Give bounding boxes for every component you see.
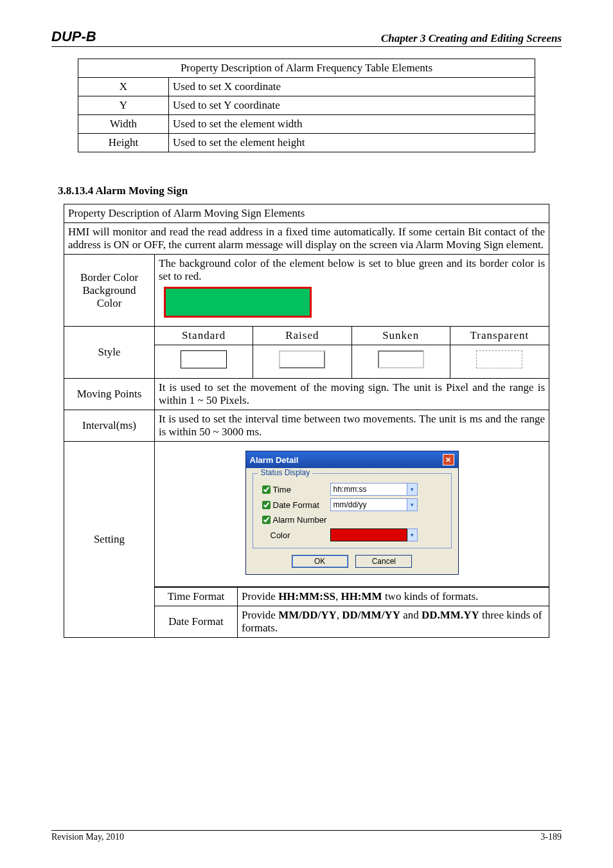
prop-name: Interval(ms) (64, 410, 155, 442)
dialog-titlebar: Alarm Detail ✕ (246, 451, 458, 468)
color-label-text: Color (271, 530, 290, 540)
alarm-number-label-text: Alarm Number (273, 515, 327, 525)
alarm-number-checkbox-label[interactable]: Alarm Number (260, 514, 330, 526)
sub-desc: Provide MM/DD/YY, DD/MM/YY and DD.MM.YY … (238, 606, 549, 638)
alarm-detail-dialog: Alarm Detail ✕ Status Display Time (245, 451, 459, 575)
prop-desc: Used to set the element width (169, 115, 535, 134)
prop-name: Setting (64, 442, 155, 638)
label-background: Background (68, 284, 150, 297)
table-row: Border Color Background Color The backgr… (64, 255, 549, 327)
setting-sub-table: Time Format Provide HH:MM:SS, HH:MM two … (155, 587, 549, 637)
prop-desc: Used to set X coordinate (169, 78, 535, 96)
page-header: DUP-B Chapter 3 Creating and Editing Scr… (51, 28, 562, 47)
cancel-button[interactable]: Cancel (355, 555, 412, 568)
revision-text: Revision May, 2010 (51, 832, 124, 842)
table-row: Setting Alarm Detail ✕ Status Display (64, 442, 549, 638)
style-header-transparent: Transparent (450, 327, 549, 345)
prop-desc: It is used to set the interval time betw… (155, 410, 549, 442)
table1-title: Property Description of Alarm Frequency … (78, 59, 535, 78)
chevron-down-icon[interactable]: ▾ (407, 498, 418, 511)
label-color: Color (68, 297, 150, 310)
color-sample-box (164, 287, 312, 318)
time-label-text: Time (273, 485, 291, 494)
alarm-freq-table: Property Description of Alarm Frequency … (78, 59, 535, 152)
sub-desc: Provide HH:MM:SS, HH:MM two kinds of for… (238, 588, 549, 606)
date-format-input[interactable] (330, 498, 407, 511)
style-sample-sunken (378, 350, 424, 368)
alarm-moving-sign-table: Property Description of Alarm Moving Sig… (64, 204, 549, 638)
table2-title: Property Description of Alarm Moving Sig… (64, 204, 549, 223)
table2-intro: HMI will monitor and read the read addre… (64, 223, 549, 255)
prop-name: Style (64, 327, 155, 379)
section-heading: 3.8.13.4 Alarm Moving Sign (58, 185, 562, 197)
prop-desc: The background color of the element belo… (155, 255, 549, 327)
prop-name: Border Color Background Color (64, 255, 155, 327)
prop-desc: Used to set Y coordinate (169, 96, 535, 115)
ok-button[interactable]: OK (292, 555, 348, 568)
page-footer: Revision May, 2010 3-189 (51, 830, 562, 842)
color-swatch[interactable] (330, 529, 407, 541)
style-sample-raised (279, 350, 325, 368)
color-label: Color (260, 530, 330, 540)
table-row: Interval(ms) It is used to set the inter… (64, 410, 549, 442)
border-color-desc: The background color of the element belo… (159, 257, 545, 283)
table-row: Y Used to set Y coordinate (78, 96, 535, 115)
group-legend: Status Display (258, 468, 313, 477)
style-sample-standard (181, 350, 227, 368)
table-row: Time Format Provide HH:MM:SS, HH:MM two … (155, 588, 549, 606)
date-label-text: Date Format (273, 500, 319, 510)
prop-desc: Used to set the element height (169, 134, 535, 152)
sub-label-date-format: Date Format (155, 606, 238, 638)
chapter-title: Chapter 3 Creating and Editing Screens (381, 32, 562, 45)
prop-name: Width (78, 115, 169, 134)
label-border-color: Border Color (68, 271, 150, 284)
prop-name: Y (78, 96, 169, 115)
prop-desc: It is used to set the movement of the mo… (155, 379, 549, 410)
prop-name: Moving Points (64, 379, 155, 410)
setting-cell: Alarm Detail ✕ Status Display Time (155, 442, 549, 638)
table-row: Date Format Provide MM/DD/YY, DD/MM/YY a… (155, 606, 549, 638)
table-row: Moving Points It is used to set the move… (64, 379, 549, 410)
date-checkbox-label[interactable]: Date Format (260, 499, 330, 511)
chevron-down-icon[interactable]: ▾ (407, 529, 418, 541)
style-header-raised: Raised (253, 327, 351, 345)
prop-name: X (78, 78, 169, 96)
style-header-standard: Standard (155, 327, 253, 345)
close-icon[interactable]: ✕ (443, 454, 454, 466)
date-checkbox[interactable] (262, 501, 271, 509)
sub-label-time-format: Time Format (155, 588, 238, 606)
table-row: Height Used to set the element height (78, 134, 535, 152)
table-row: X Used to set X coordinate (78, 78, 535, 96)
time-checkbox-label[interactable]: Time (260, 484, 330, 496)
page-number: 3-189 (540, 832, 562, 842)
chevron-down-icon[interactable]: ▾ (407, 483, 418, 496)
time-format-input[interactable] (330, 483, 407, 496)
style-sample-transparent (476, 350, 522, 368)
prop-name: Height (78, 134, 169, 152)
style-header-sunken: Sunken (352, 327, 450, 345)
table-row: Width Used to set the element width (78, 115, 535, 134)
time-checkbox[interactable] (262, 485, 271, 494)
style-cell: Standard Raised Sunken Transparent (155, 327, 549, 379)
logo: DUP-B (51, 28, 96, 45)
status-display-group: Status Display Time ▾ (253, 473, 452, 548)
table-row: Style Standard Raised Sunken Transparent (64, 327, 549, 379)
alarm-number-checkbox[interactable] (262, 516, 271, 524)
dialog-title-text: Alarm Detail (250, 455, 299, 465)
